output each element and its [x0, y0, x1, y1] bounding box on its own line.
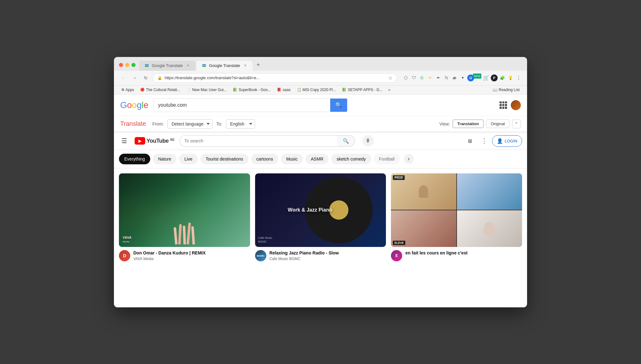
browser-window: Google Translate ✕ Google Translate ✕ + … — [114, 57, 527, 307]
video-thumb-2: Work & Jazz Piano Cafe MusicBGMC — [255, 173, 386, 247]
bookmark-star-icon[interactable]: ☆ — [388, 75, 392, 80]
forward-button[interactable]: → — [130, 74, 139, 82]
close-button[interactable] — [119, 63, 123, 67]
minimize-button[interactable] — [125, 63, 129, 67]
bookmark-cultural[interactable]: 🔴 The Cultural Relati... — [138, 87, 182, 93]
tab-2-close[interactable]: ✕ — [243, 63, 248, 68]
view-label: View: — [439, 121, 450, 126]
maximize-button[interactable] — [131, 63, 136, 67]
google-account-avatar[interactable] — [511, 100, 521, 110]
bookmark-doc-icon: 📄 — [187, 88, 191, 92]
svg-rect-0 — [145, 64, 149, 65]
ext-icon-13[interactable]: 💡 — [507, 74, 514, 81]
bookmark-setapp[interactable]: 📗 SETAPP APPS - G... — [340, 87, 385, 93]
google-logo-g: G — [120, 100, 127, 110]
browser-menu-button[interactable]: ⋮ — [515, 74, 522, 81]
original-view-button[interactable]: Original — [486, 120, 510, 128]
address-bar: ← → ↻ 🔒 https://translate.google.com/tra… — [114, 71, 527, 85]
lock-icon: 🔒 — [157, 76, 162, 80]
google-apps-icon[interactable] — [500, 101, 507, 109]
back-button[interactable]: ← — [119, 74, 128, 82]
youtube-area: ☰ ▶ YouTube BE 🔍 🎙 ⊞ ⋮ 👤 — [114, 132, 527, 268]
bookmark-msi[interactable]: 📋 MSI Copy 2020 Pl... — [295, 87, 339, 93]
prof-cell-4 — [457, 210, 522, 247]
category-chip-asmr[interactable]: ASMR — [305, 154, 329, 164]
tab-1-close[interactable]: ✕ — [185, 63, 190, 68]
google-logo-e: e — [144, 100, 149, 110]
ext-icon-2[interactable]: 🛡 — [410, 74, 417, 81]
bookmark-setapp-icon: 📗 — [342, 88, 346, 92]
channel-name-2: Cafe Music BGMC — [269, 257, 386, 261]
google-search-button[interactable]: 🔍 — [330, 99, 347, 112]
vava-logo: VAVAMedia — [123, 236, 131, 243]
tab-2[interactable]: Google Translate ✕ — [197, 61, 253, 71]
category-chip-everything[interactable]: Everything — [119, 154, 150, 164]
tab-1[interactable]: Google Translate ✕ — [139, 61, 195, 71]
ext-icon-12[interactable]: 🧩 — [499, 74, 506, 81]
video-card-2[interactable]: Work & Jazz Piano Cafe MusicBGMC BGMC Re… — [255, 173, 386, 263]
ext-icon-11[interactable]: P — [491, 74, 498, 81]
bookmark-cultural-label: The Cultural Relati... — [146, 88, 180, 92]
tab-1-favicon — [144, 63, 149, 68]
new-tab-button[interactable]: + — [254, 61, 263, 69]
ext-icon-6[interactable]: ℕ — [443, 74, 450, 81]
youtube-search-input[interactable] — [180, 135, 337, 147]
youtube-grid-icon[interactable]: ⊞ — [464, 135, 476, 146]
ext-icon-5[interactable]: ✒ — [435, 74, 442, 81]
youtube-more-options-button[interactable]: ⋮ — [478, 135, 490, 146]
category-chip-sketch[interactable]: sketch comedy — [331, 154, 371, 164]
ext-icon-4[interactable]: ✏ — [427, 74, 433, 81]
youtube-logo[interactable]: ▶ YouTube BE — [135, 137, 175, 145]
youtube-mic-button[interactable]: 🎙 — [362, 135, 374, 146]
url-bar[interactable]: 🔒 https://translate.google.com/translate… — [153, 73, 397, 83]
youtube-search-button[interactable]: 🔍 — [337, 135, 355, 147]
video-title-1: Don Omar - Danza Kuduro | REMIX — [133, 250, 250, 256]
ext-icon-7[interactable]: æ — [451, 74, 458, 81]
video-thumb-1: VAVAMedia — [119, 173, 250, 247]
ext-icon-1[interactable]: ⬡ — [402, 74, 409, 81]
ext-icon-8[interactable]: ✦ — [459, 74, 466, 81]
category-chip-live[interactable]: Live — [179, 154, 198, 164]
google-logo-o2: o — [132, 100, 137, 110]
video-card-1[interactable]: VAVAMedia D Don Omar - Danza Kuduro | RE… — [119, 173, 250, 263]
bookmark-msi-label: MSI Copy 2020 Pl... — [303, 88, 336, 92]
google-logo[interactable]: Google — [120, 100, 148, 110]
channel-avatar-1: D — [119, 250, 130, 261]
google-search-input[interactable] — [154, 99, 330, 111]
ext-icon-3[interactable]: G — [418, 74, 425, 81]
youtube-menu-button[interactable]: ☰ — [119, 135, 130, 147]
svg-rect-3 — [202, 66, 206, 67]
video-card-3[interactable]: PROF ÉLÈVE — [391, 173, 522, 263]
reading-list-button[interactable]: 📖 Reading List — [490, 87, 522, 93]
translate-to-select[interactable]: English French Spanish German — [226, 119, 255, 129]
svg-rect-1 — [145, 66, 149, 67]
bookmark-mac[interactable]: 📄 New Mac User Gui... — [184, 87, 229, 93]
bookmark-mac-label: New Mac User Gui... — [192, 88, 227, 92]
bookmark-superbook[interactable]: 📗 SuperBook - Goo... — [230, 87, 273, 93]
video-info-3: E en fait les cours en ligne c'est — [391, 247, 522, 263]
youtube-login-button[interactable]: 👤 LOGIN — [492, 135, 522, 147]
bookmarks-more-button[interactable]: » — [386, 87, 392, 93]
bookmark-apps[interactable]: ⊞ Apps — [119, 87, 136, 93]
category-chip-football[interactable]: Football — [374, 154, 400, 164]
reading-list-label: Reading List — [499, 88, 520, 92]
translation-view-button[interactable]: Translation — [453, 120, 484, 128]
category-next-button[interactable]: › — [404, 154, 414, 164]
category-chip-tourist[interactable]: Tourist destinations — [200, 154, 249, 164]
tab-1-title: Google Translate — [152, 63, 183, 68]
collapse-translate-button[interactable]: ⌃ — [512, 120, 521, 128]
channel-avatar-2: BGMC — [255, 250, 266, 261]
ext-icon-10[interactable]: 🛒 — [483, 74, 490, 81]
google-search-form[interactable]: 🔍 — [153, 98, 347, 112]
translate-from-select[interactable]: Detect language English French Spanish — [167, 119, 213, 129]
google-header-right — [500, 100, 521, 110]
category-bar: Everything Nature Live Tourist destinati… — [114, 150, 527, 168]
category-chip-cartoons[interactable]: cartoons — [251, 154, 279, 164]
prof-label: PROF — [393, 175, 405, 180]
category-chip-nature[interactable]: Nature — [153, 154, 177, 164]
refresh-button[interactable]: ↻ — [141, 74, 150, 82]
video-meta-2: Relaxing Jazz Piano Radio - Slow Cafe Mu… — [269, 250, 386, 261]
video-grid: VAVAMedia D Don Omar - Danza Kuduro | RE… — [114, 168, 527, 268]
bookmark-saas[interactable]: 📕 saas — [274, 87, 293, 93]
category-chip-music[interactable]: Music — [281, 154, 303, 164]
